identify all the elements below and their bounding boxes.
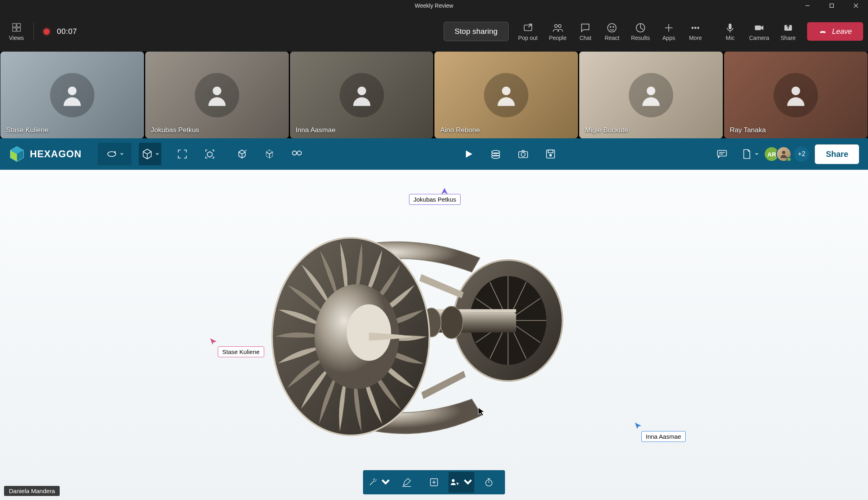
svg-point-12 (610, 26, 611, 27)
minimize-button[interactable] (795, 0, 820, 11)
magic-wand-button[interactable] (366, 472, 392, 493)
viewport-canvas[interactable]: // inline blade generator not allowed he… (0, 170, 868, 500)
fit-view-button[interactable] (171, 143, 194, 165)
isolate-button[interactable] (231, 143, 253, 165)
recording-timer: 00:07 (57, 27, 77, 36)
video-placeholder-icon (579, 52, 723, 138)
share-label: Share (780, 35, 795, 41)
orbit-button[interactable] (103, 143, 126, 165)
pop-out-button[interactable]: Pop out (513, 20, 543, 44)
video-placeholder-icon (290, 52, 434, 138)
presence-overflow-count: +2 (794, 146, 809, 162)
people-cursor-button[interactable] (449, 472, 474, 493)
video-placeholder-icon (145, 52, 289, 138)
svg-rect-6 (13, 28, 16, 31)
svg-rect-5 (17, 23, 21, 27)
video-placeholder-icon (724, 52, 868, 138)
chevron-down-icon (462, 477, 474, 488)
svg-point-13 (613, 26, 614, 27)
presence-avatars[interactable]: AR +2 (767, 146, 809, 162)
video-placeholder-icon (0, 52, 144, 138)
stop-sharing-button[interactable]: Stop sharing (444, 22, 509, 41)
participant-tile[interactable]: Aino Rebone (434, 52, 578, 138)
save-view-button[interactable] (539, 143, 562, 165)
annotation-toolbar (363, 470, 505, 494)
react-button[interactable]: React (599, 20, 625, 44)
results-button[interactable]: Results (625, 20, 655, 44)
svg-point-24 (68, 86, 76, 95)
cube-view-button[interactable] (139, 143, 161, 165)
document-button[interactable] (738, 143, 761, 165)
svg-point-9 (555, 24, 557, 27)
pop-out-label: Pop out (518, 35, 538, 41)
maximize-button[interactable] (820, 0, 844, 11)
svg-rect-4 (13, 23, 16, 27)
recording-indicator-icon (44, 29, 50, 35)
play-button[interactable] (457, 143, 480, 165)
participant-tile[interactable]: Stase Kuliene (0, 52, 144, 138)
chevron-down-icon (155, 152, 159, 156)
more-button[interactable]: More (682, 20, 709, 44)
svg-point-29 (791, 86, 800, 95)
layers-button[interactable] (484, 143, 507, 165)
svg-point-38 (521, 152, 525, 156)
chevron-down-icon (755, 152, 759, 156)
separator (33, 23, 34, 40)
hexagon-logo: HEXAGON (9, 146, 81, 162)
svg-point-41 (549, 154, 552, 156)
react-label: React (605, 35, 620, 41)
pen-button[interactable] (394, 472, 419, 493)
chevron-down-icon (120, 152, 124, 156)
participant-tile[interactable]: Migle Bockute (579, 52, 723, 138)
cursor-label: Jokubas Petkus (409, 194, 461, 205)
svg-rect-7 (17, 28, 21, 31)
focus-cube-button[interactable] (198, 143, 221, 165)
camera-button[interactable]: Camera (743, 20, 775, 44)
participant-name-label: Stase Kuliene (6, 126, 48, 134)
svg-rect-1 (830, 4, 834, 8)
svg-point-27 (502, 86, 511, 95)
views-button[interactable]: Views (5, 20, 28, 44)
explode-button[interactable] (286, 143, 308, 165)
presence-avatar (776, 146, 791, 162)
snapshot-button[interactable] (512, 143, 534, 165)
self-presence-label: Daniela Mandera (4, 486, 60, 496)
apps-label: Apps (662, 35, 675, 41)
hexagon-brand-label: HEXAGON (30, 148, 81, 160)
participant-name-label: Ray Tanaka (730, 126, 766, 134)
cursor-icon (634, 422, 642, 431)
mic-button[interactable]: Mic (717, 20, 743, 44)
close-button[interactable] (844, 0, 868, 11)
participants-strip: Stase Kuliene Jokubas Petkus Inna Aasmae… (0, 52, 868, 138)
views-label: Views (9, 35, 24, 41)
add-frame-button[interactable] (421, 472, 447, 493)
timer-button[interactable] (476, 472, 502, 493)
leave-label: Leave (832, 27, 852, 36)
participant-tile[interactable]: Inna Aasmae (290, 52, 434, 138)
leave-button[interactable]: Leave (807, 22, 863, 41)
comments-button[interactable] (711, 143, 733, 165)
wireframe-button[interactable] (258, 143, 281, 165)
svg-point-26 (357, 86, 366, 95)
svg-rect-42 (718, 150, 726, 156)
svg-rect-40 (548, 150, 553, 153)
participant-tile[interactable]: Ray Tanaka (724, 52, 868, 138)
svg-point-19 (697, 27, 699, 29)
hangup-icon (818, 27, 827, 36)
svg-point-25 (213, 86, 221, 95)
svg-point-28 (647, 86, 655, 95)
participant-tile[interactable]: Jokubas Petkus (145, 52, 289, 138)
hexagon-share-button[interactable]: Share (815, 144, 859, 164)
people-button[interactable]: People (543, 20, 572, 44)
video-placeholder-icon (434, 52, 578, 138)
svg-point-57 (440, 306, 463, 338)
hexagon-toolbar: HEXAGON (0, 138, 868, 170)
cursor-label: Inna Aasmae (641, 431, 686, 442)
mouse-cursor-icon (478, 407, 485, 418)
apps-button[interactable]: Apps (655, 20, 682, 44)
chat-button[interactable]: Chat (572, 20, 599, 44)
window-titlebar: Weekly Review (0, 0, 868, 11)
share-button[interactable]: Share (775, 20, 801, 44)
chat-label: Chat (580, 35, 592, 41)
participant-name-label: Migle Bockute (585, 126, 628, 134)
